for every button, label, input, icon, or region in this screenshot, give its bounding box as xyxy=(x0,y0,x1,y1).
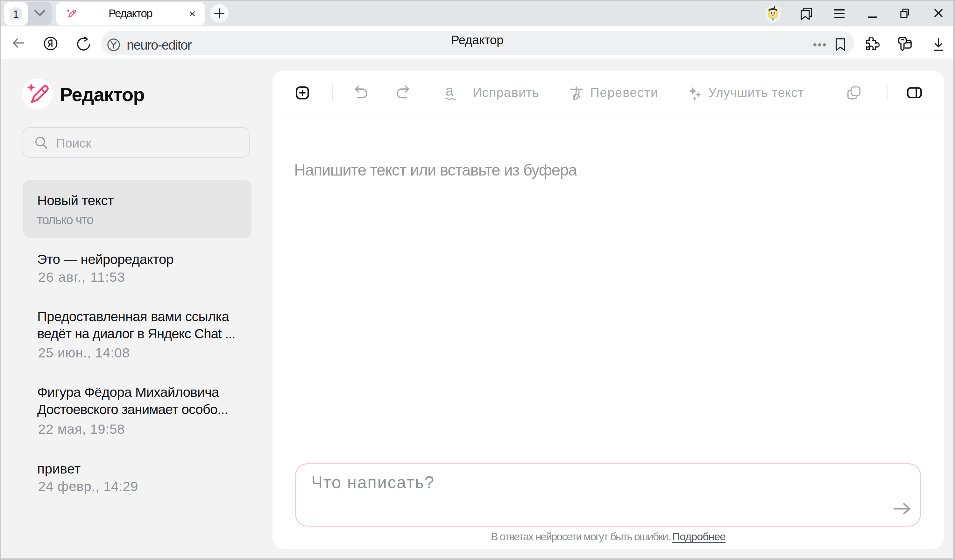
svg-text:a: a xyxy=(445,84,454,99)
